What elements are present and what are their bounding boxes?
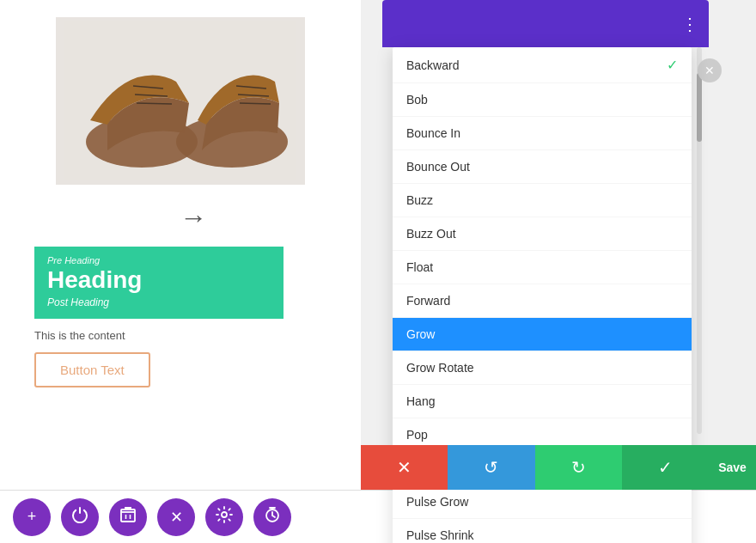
dropdown-item[interactable]: Forward: [393, 284, 692, 318]
confirm-button[interactable]: ✓: [622, 445, 709, 490]
dropdown-item-label: Hang: [406, 394, 435, 408]
main-heading: Heading: [47, 267, 271, 294]
save-button[interactable]: Save: [709, 445, 756, 490]
dropdown-item-label: Grow Rotate: [406, 361, 474, 375]
action-bar: ✕ ↺ ↻ ✓: [361, 445, 709, 490]
shoe-image: [56, 17, 305, 185]
dropdown-item-label: Bob: [406, 93, 428, 107]
scroll-thumb[interactable]: [697, 73, 702, 142]
dropdown-item-label: Forward: [406, 294, 450, 308]
dropdown-item[interactable]: Grow Rotate: [393, 351, 692, 385]
button-text-button[interactable]: Button Text: [34, 352, 150, 387]
timer-button[interactable]: [253, 498, 291, 536]
power-button[interactable]: [61, 498, 99, 536]
close-button[interactable]: ✕: [157, 498, 195, 536]
dropdown-item-label: Buzz: [406, 193, 433, 207]
add-button[interactable]: +: [13, 498, 51, 536]
dropdown-item-label: Buzz Out: [406, 227, 456, 241]
svg-line-8: [240, 103, 271, 104]
dropdown-item-label: Float: [406, 260, 433, 274]
panel-header: ⋮: [382, 0, 709, 47]
arrow-icon: →: [43, 202, 344, 234]
dropdown-item-label: Bounce In: [406, 126, 460, 140]
dropdown-item-label: Backward: [406, 58, 459, 72]
scroll-track: [697, 47, 702, 434]
trash-button[interactable]: [109, 498, 147, 536]
post-heading: Post Heading: [47, 296, 271, 308]
dropdown-item[interactable]: Grow: [393, 318, 692, 351]
dropdown-item[interactable]: Backward✓: [393, 47, 692, 83]
panel-menu-icon[interactable]: ⋮: [681, 14, 698, 34]
dropdown-item-label: Pop: [406, 428, 428, 442]
close-circle-button[interactable]: ✕: [698, 58, 722, 82]
plus-icon: +: [27, 508, 37, 526]
heading-block: Pre Heading Heading Post Heading: [34, 247, 284, 319]
content-text: This is the content: [34, 329, 326, 342]
dropdown-item[interactable]: Buzz: [393, 184, 692, 217]
dropdown-item-label: Pulse Grow: [406, 495, 468, 509]
dropdown-item[interactable]: Float: [393, 251, 692, 284]
dropdown-item[interactable]: Bounce Out: [393, 150, 692, 184]
timer-icon: [264, 506, 281, 528]
svg-point-13: [222, 512, 227, 517]
rotate-button[interactable]: ↻: [535, 445, 622, 490]
dropdown-item[interactable]: Pulse Shrink: [393, 519, 692, 543]
power-icon: [71, 506, 88, 528]
dropdown-item[interactable]: Bob: [393, 83, 692, 117]
gear-icon: [216, 506, 233, 528]
trash-icon: [120, 506, 136, 528]
dropdown-item[interactable]: Pulse Grow: [393, 485, 692, 519]
dropdown-item-label: Grow: [406, 327, 435, 341]
pre-heading: Pre Heading: [47, 255, 271, 265]
svg-line-4: [137, 103, 172, 104]
dropdown-item-label: Bounce Out: [406, 160, 470, 174]
dropdown-item-label: Pulse Shrink: [406, 528, 474, 542]
cancel-button[interactable]: ✕: [361, 445, 448, 490]
dropdown-item[interactable]: Hang: [393, 385, 692, 418]
left-panel: → Pre Heading Heading Post Heading This …: [0, 0, 361, 498]
right-panel: ⋮ ✕ Backward✓BobBounce InBounce OutBuzzB…: [382, 0, 709, 498]
close-icon: ✕: [170, 508, 183, 527]
dropdown-item[interactable]: Buzz Out: [393, 217, 692, 251]
reset-button[interactable]: ↺: [448, 445, 534, 490]
checkmark-icon: ✓: [667, 57, 678, 73]
svg-rect-9: [121, 509, 135, 522]
dropdown-item[interactable]: Bounce In: [393, 117, 692, 150]
settings-button[interactable]: [205, 498, 243, 536]
